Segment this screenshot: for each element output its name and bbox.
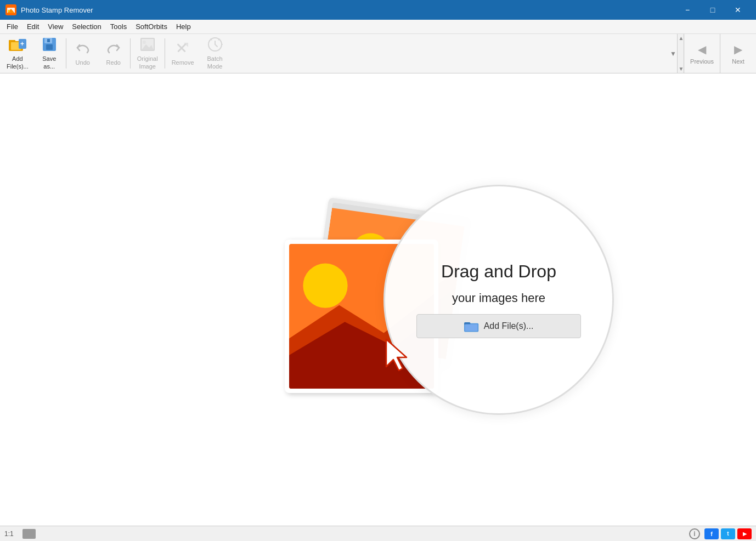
original-image-label: OriginalImage <box>137 55 158 70</box>
menu-tools[interactable]: Tools <box>106 21 131 32</box>
app-title: Photo Stamp Remover <box>21 6 675 14</box>
info-icon[interactable]: i <box>689 528 700 539</box>
svg-point-3 <box>8 10 10 12</box>
svg-text:+: + <box>20 40 24 48</box>
drag-drop-subtext: your images here <box>452 291 545 305</box>
menu-view[interactable]: View <box>43 21 67 32</box>
save-as-button[interactable]: Saveas... <box>34 36 65 71</box>
toolbar: + AddFile(s)... Saveas... Undo <box>0 34 756 73</box>
separator-2 <box>130 38 131 69</box>
app-icon <box>5 4 16 15</box>
menu-help[interactable]: Help <box>172 21 195 32</box>
previous-button[interactable]: ◀ Previous <box>684 34 720 73</box>
hint-circle: Drag and Drop your images here Add File(… <box>383 185 614 415</box>
dropzone-area: Drag and Drop your images here Add File(… <box>285 207 471 393</box>
remove-icon <box>175 41 190 58</box>
svg-point-16 <box>143 41 146 44</box>
separator-1 <box>66 38 66 69</box>
separator-3 <box>165 38 165 69</box>
main-content: Drag and Drop your images here Add File(… <box>0 73 756 526</box>
remove-label: Remove <box>172 59 194 66</box>
previous-label: Previous <box>690 58 714 65</box>
maximize-button[interactable]: □ <box>700 0 725 20</box>
undo-icon <box>75 41 91 58</box>
svg-rect-12 <box>47 39 50 42</box>
drag-drop-text: Drag and Drop <box>441 261 556 282</box>
add-files-label: AddFile(s)... <box>7 55 29 70</box>
previous-arrow-icon: ◀ <box>698 43 706 56</box>
batch-mode-icon <box>207 37 223 54</box>
next-arrow-icon: ▶ <box>734 43 742 56</box>
add-files-circle-button[interactable]: Add File(s)... <box>416 314 581 338</box>
title-bar: Photo Stamp Remover − □ ✕ <box>0 0 756 20</box>
facebook-icon[interactable]: f <box>704 528 719 539</box>
remove-button[interactable]: Remove <box>166 36 200 71</box>
status-bar: 1:1 i f t ▶ <box>0 526 756 541</box>
folder-icon <box>464 320 479 332</box>
undo-label: Undo <box>76 59 90 66</box>
svg-rect-32 <box>465 324 477 331</box>
svg-rect-11 <box>46 44 53 50</box>
page-thumbnail-icon <box>22 529 36 539</box>
menu-edit[interactable]: Edit <box>22 21 43 32</box>
add-files-circle-label: Add File(s)... <box>484 321 534 331</box>
window-controls: − □ ✕ <box>675 0 751 20</box>
svg-rect-5 <box>9 40 15 42</box>
menu-file[interactable]: File <box>2 21 22 32</box>
redo-label: Redo <box>106 59 121 66</box>
add-files-icon: + <box>9 37 26 54</box>
next-button[interactable]: ▶ Next <box>720 34 756 73</box>
close-button[interactable]: ✕ <box>725 0 751 20</box>
redo-button[interactable]: Redo <box>98 36 129 71</box>
youtube-icon[interactable]: ▶ <box>737 528 752 539</box>
menu-selection[interactable]: Selection <box>67 21 105 32</box>
zoom-level: 1:1 <box>4 530 14 538</box>
original-image-icon <box>139 37 156 54</box>
drag-drop-line1: Drag and Drop <box>441 261 556 281</box>
menu-softorbits[interactable]: SoftOrbits <box>131 21 172 32</box>
menu-bar: File Edit View Selection Tools SoftOrbit… <box>0 20 756 34</box>
social-icons: f t ▶ <box>704 528 752 539</box>
svg-point-28 <box>303 263 347 307</box>
original-image-button[interactable]: OriginalImage <box>132 36 163 71</box>
redo-icon <box>106 41 121 58</box>
twitter-icon[interactable]: t <box>721 528 735 539</box>
nav-buttons: ◀ Previous ▶ Next <box>684 34 756 73</box>
minimize-button[interactable]: − <box>675 0 700 20</box>
save-as-label: Saveas... <box>42 55 56 70</box>
batch-mode-label: BatchMode <box>207 55 223 70</box>
svg-marker-29 <box>386 339 407 371</box>
batch-mode-button[interactable]: BatchMode <box>200 36 230 71</box>
add-files-button[interactable]: + AddFile(s)... <box>1 36 34 71</box>
toolbar-expand-arrow[interactable]: ▼ <box>670 50 676 58</box>
undo-button[interactable]: Undo <box>67 36 98 71</box>
next-label: Next <box>732 58 744 65</box>
save-as-icon <box>42 37 57 54</box>
cursor-icon <box>383 337 414 377</box>
